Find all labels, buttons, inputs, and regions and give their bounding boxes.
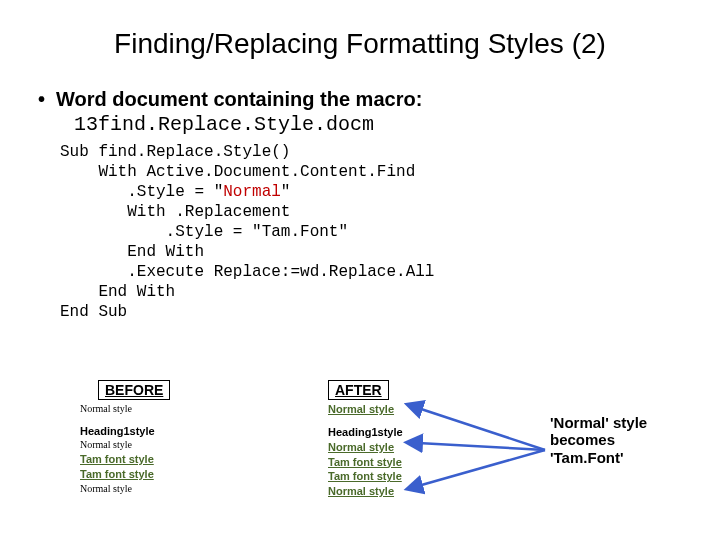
code-line: End Sub [60,303,127,321]
after-label: AFTER [328,380,389,400]
after-row: Heading1style [328,425,478,440]
comparison-area: BEFORE AFTER Normal style Heading1style … [80,380,680,530]
code-block: Sub find.Replace.Style() With Active.Doc… [0,142,720,322]
before-row: Normal style [80,402,230,416]
after-row: Tam font style [328,469,478,484]
code-line: End With [60,283,175,301]
after-row: Tam font style [328,455,478,470]
code-line: .Style = "Tam.Font" [60,223,348,241]
code-line: .Style = "Normal" [60,183,290,201]
before-row: Tam font style [80,467,230,482]
code-line: Sub find.Replace.Style() [60,143,290,161]
before-label: BEFORE [98,380,170,400]
after-column: Normal style Heading1style Normal style … [328,402,478,499]
after-row: Normal style [328,402,478,417]
bullet-dot: • [38,88,56,111]
before-row: Heading1style [80,424,230,439]
before-row: Tam font style [80,452,230,467]
annotation-note: 'Normal' style becomes 'Tam.Font' [550,414,650,466]
bullet-line: •Word document containing the macro: [0,88,720,111]
bullet-text: Word document containing the macro: [56,88,422,110]
code-line: .Execute Replace:=wd.Replace.All [60,263,434,281]
before-column: Normal style Heading1style Normal style … [80,402,230,495]
slide-title: Finding/Replacing Formatting Styles (2) [0,0,720,60]
macro-filename: 13find.Replace.Style.docm [0,113,720,136]
before-row: Normal style [80,438,230,452]
after-row: Normal style [328,440,478,455]
code-line: With Active.Document.Content.Find [60,163,415,181]
after-row: Normal style [328,484,478,499]
code-line: With .Replacement [60,203,290,221]
before-row: Normal style [80,482,230,496]
code-line: End With [60,243,204,261]
